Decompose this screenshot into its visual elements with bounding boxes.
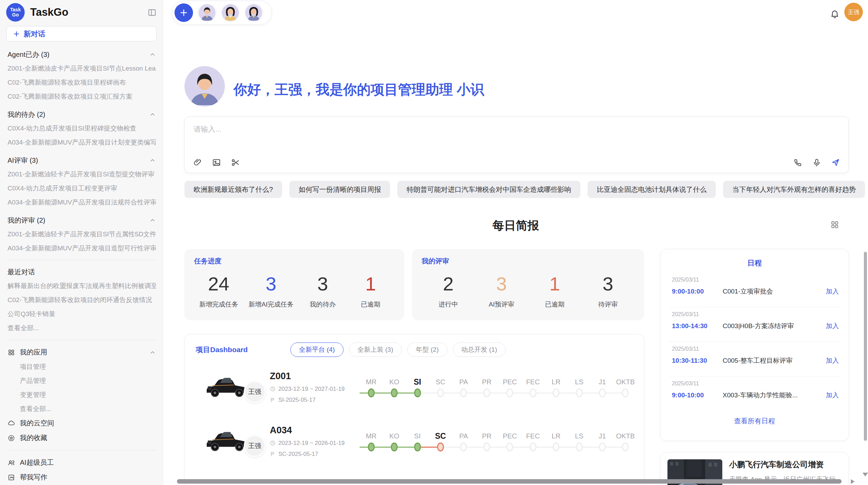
sidebar-item[interactable]: Z001-全新燃油皮卡产品开发项目SI节点Lesson Learn报告 <box>8 61 156 75</box>
milestone-dot[interactable] <box>576 388 583 397</box>
dashboard-tab[interactable]: 全新上装 (3) <box>349 343 402 357</box>
view-all-schedule-link[interactable]: 查看所有日程 <box>661 416 848 426</box>
dashboard-tab[interactable]: 全新平台 (4) <box>290 343 343 357</box>
suggestion-chip[interactable]: 比亚迪全固态电池计划具体说了什么 <box>588 181 716 198</box>
send-icon[interactable] <box>831 158 840 167</box>
app-sub-item[interactable]: 产品管理 <box>8 374 156 388</box>
image-icon[interactable] <box>212 158 221 167</box>
sidebar-tool-label: 帮我写作 <box>20 473 156 482</box>
avatar[interactable] <box>244 3 263 22</box>
milestone-dot[interactable] <box>368 388 375 397</box>
app-logo: Task Go <box>6 3 25 22</box>
milestone-dot[interactable] <box>460 443 467 451</box>
join-meeting-link[interactable]: 加入 <box>826 322 839 331</box>
milestone-dot[interactable] <box>576 443 583 451</box>
sidebar-tool-write[interactable]: 帮我写作 <box>8 470 156 485</box>
input-toolbar-right <box>793 158 840 167</box>
milestone-dot[interactable] <box>553 388 559 397</box>
sidebar-item[interactable]: A034-全新新能源MUV产品开发项目法规符合性评审 <box>8 195 156 209</box>
scroll-right-arrow[interactable] <box>851 479 855 484</box>
suggestion-chip[interactable]: 如何写一份清晰的项目周报 <box>289 181 390 198</box>
user-avatar[interactable]: 王强 <box>844 3 863 21</box>
avatar[interactable] <box>221 3 240 22</box>
join-meeting-link[interactable]: 加入 <box>826 391 839 400</box>
vertical-scrollbar[interactable] <box>864 252 867 441</box>
milestone-dot[interactable] <box>530 388 537 397</box>
milestone-dot[interactable] <box>622 443 629 451</box>
project-code[interactable]: A034 <box>270 425 360 436</box>
sidebar-item[interactable]: Z001-全新燃油轻卡产品开发项目SI造型提交物评审 <box>8 167 156 181</box>
sidebar-item[interactable]: C0X4-动力总成开发项目SI里程碑提交物检查 <box>8 121 156 135</box>
sidebar-tool-people[interactable]: AI超级员工 <box>8 455 156 470</box>
chevron-up-icon[interactable] <box>149 51 156 58</box>
milestone-dot[interactable] <box>437 443 444 451</box>
recent-chat-item[interactable]: 解释最新出台的欧盟报废车法规再生塑料比例被调至15%... <box>8 279 156 293</box>
milestone-dot[interactable] <box>391 388 398 397</box>
sidebar-item-star[interactable]: 我的收藏 <box>8 431 156 445</box>
dashboard-tab[interactable]: 动总开发 (1) <box>453 343 506 357</box>
milestone-line <box>606 393 614 394</box>
collapse-sidebar-icon[interactable] <box>147 8 157 17</box>
sidebar-item-my-apps[interactable]: 我的应用 <box>8 345 156 360</box>
mic-icon[interactable] <box>812 158 821 167</box>
suggestion-chip[interactable]: 欧洲新规最近颁布了什么? <box>184 181 282 198</box>
milestone-dot[interactable] <box>599 443 606 451</box>
notification-bell-icon[interactable] <box>830 9 840 18</box>
dashboard-tab[interactable]: 年型 (2) <box>407 343 447 357</box>
milestone-dot[interactable] <box>414 443 421 451</box>
milestone-dot[interactable] <box>530 443 537 451</box>
add-session-button[interactable] <box>174 3 193 22</box>
phone-icon[interactable] <box>793 158 803 167</box>
milestone-dot[interactable] <box>391 443 398 451</box>
recent-chat-item[interactable]: 查看全部... <box>8 321 156 335</box>
chevron-up-icon[interactable] <box>149 217 156 224</box>
chevron-up-icon[interactable] <box>149 111 156 118</box>
sidebar-item[interactable]: A034-全新新能源MUV产品开发项目计划变更类编写 <box>8 135 156 149</box>
app-sub-item[interactable]: 变更管理 <box>8 388 156 402</box>
milestone-dot[interactable] <box>483 388 490 397</box>
milestone-dot[interactable] <box>506 388 513 397</box>
milestone-dot[interactable] <box>599 388 606 397</box>
milestone-dot-cell <box>475 388 498 398</box>
avatar[interactable] <box>198 3 216 22</box>
milestone-line <box>421 393 429 394</box>
join-meeting-link[interactable]: 加入 <box>826 287 839 296</box>
stat-label: 已逾期 <box>536 300 574 309</box>
suggestion-chip[interactable]: 当下年轻人对汽车外观有怎样的喜好趋势 <box>723 181 865 198</box>
sidebar-item-cloud[interactable]: 我的云空间 <box>8 416 156 431</box>
horizontal-scrollbar[interactable] <box>177 479 842 484</box>
briefing-layout-icon[interactable] <box>830 220 840 229</box>
sidebar-item[interactable]: Z001-全新燃油轻卡产品开发项目SI节点属性5D文件评审 <box>8 227 156 241</box>
sidebar-item[interactable]: A034-全新新能源MUV产品开发项目造型可行性评审 <box>8 241 156 255</box>
milestone-dot[interactable] <box>622 388 629 397</box>
milestone-dot[interactable] <box>437 388 444 397</box>
project-code[interactable]: Z001 <box>270 371 360 382</box>
new-chat-button[interactable]: 新对话 <box>6 26 157 41</box>
recent-chat-item[interactable]: 公司Q3轻卡销量 <box>8 307 156 321</box>
milestone-dot-cell <box>521 442 544 452</box>
milestone-dot[interactable] <box>460 388 467 397</box>
chevron-up-icon[interactable] <box>149 157 156 164</box>
stat-value: 1 <box>536 269 574 299</box>
chat-input[interactable]: 请输入... <box>184 116 849 173</box>
scroll-down-arrow[interactable] <box>863 473 868 476</box>
milestone-line <box>375 393 383 394</box>
milestone-dot[interactable] <box>506 443 513 451</box>
app-sub-item[interactable]: 项目管理 <box>8 360 156 374</box>
scissors-icon[interactable] <box>231 158 240 167</box>
milestone-dot[interactable] <box>368 443 375 451</box>
sidebar-item[interactable]: C0X4-动力总成开发项目工程变更评审 <box>8 181 156 195</box>
sidebar-item[interactable]: C02-飞腾新能源轻客改款项目里程碑画布 <box>8 75 156 89</box>
join-meeting-link[interactable]: 加入 <box>826 356 839 365</box>
milestone-line <box>383 447 391 448</box>
milestone-dot[interactable] <box>414 388 421 397</box>
suggestion-chip[interactable]: 特朗普可能对进口汽车增税会对中国车企造成哪些影响 <box>397 181 580 198</box>
milestone-dot[interactable] <box>483 443 490 451</box>
sidebar-item[interactable]: C02-飞腾新能源轻客改款项目立项汇报方案 <box>8 89 156 103</box>
recent-chat-item[interactable]: C02-飞腾新能源轻客改款项目的闭环通告反馈情况 <box>8 293 156 307</box>
paperclip-icon[interactable] <box>193 158 202 167</box>
milestone-dot[interactable] <box>553 443 559 451</box>
milestone-line <box>629 393 637 394</box>
milestone-line <box>444 393 452 394</box>
app-sub-item[interactable]: 查看全部... <box>8 402 156 416</box>
